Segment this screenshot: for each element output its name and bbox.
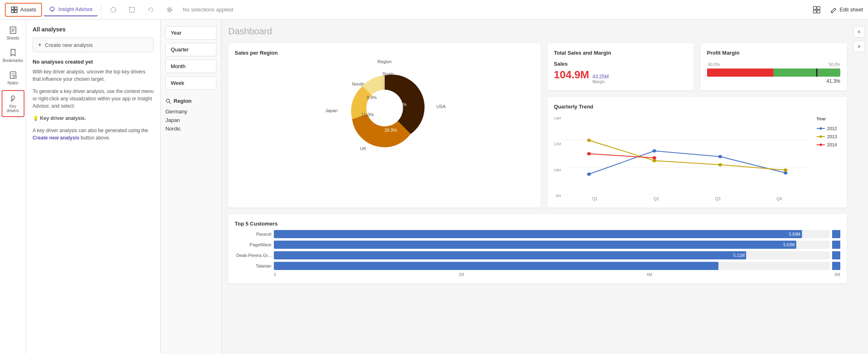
- settings-button[interactable]: [161, 4, 178, 16]
- legend-2013: 2013: [817, 134, 837, 139]
- analysis-desc-2: To generate a key driver analysis, use t…: [33, 88, 154, 110]
- profit-margin-title: Profit Margin: [707, 50, 841, 56]
- undo-button[interactable]: [142, 4, 159, 16]
- create-analysis-button[interactable]: + Create new analysis: [33, 38, 154, 52]
- svg-point-42: [652, 159, 656, 162]
- right-column: Total Sales and Margin Sales 104.9M 43.2…: [547, 43, 847, 208]
- total-sales-card: Total Sales and Margin Sales 104.9M 43.2…: [547, 43, 694, 91]
- pm-bar-green: [773, 69, 840, 77]
- filter-week[interactable]: Week: [165, 76, 216, 90]
- edit-sheet-button[interactable]: Edit sheet: [831, 7, 863, 13]
- settings-icon: [166, 6, 173, 13]
- top5-customers-card: Top 5 Customers Paracel 5.69M: [228, 214, 847, 283]
- grid-view-button[interactable]: [808, 3, 826, 16]
- chevron-right-icon: [857, 44, 861, 49]
- svg-point-9: [167, 7, 172, 12]
- filter-quarter[interactable]: Quarter: [165, 43, 216, 56]
- legend-2012: 2012: [817, 126, 837, 131]
- svg-text:45.5%: 45.5%: [394, 102, 406, 107]
- region-item-japan[interactable]: Japan: [165, 116, 216, 124]
- profit-margin-bar: [707, 69, 841, 77]
- prev-arrow[interactable]: [853, 26, 865, 38]
- time-filter-panel: Year Quarter Month Week Region Germany J…: [161, 20, 222, 354]
- y-axis-labels: 14M 12M 10M 8M: [554, 113, 561, 201]
- bar-label-deak: Deak-Perera Gr...: [235, 253, 271, 258]
- charts-top-row: Sales per Region Region Spain Nordic Jap…: [228, 43, 847, 208]
- legend-2013-icon: [817, 135, 825, 139]
- bar-label-paracel: Paracel: [235, 232, 271, 237]
- sales-values: 104.9M 43.25M Margin: [554, 69, 687, 84]
- svg-point-40: [783, 171, 787, 175]
- pm-percent: 41.3%: [707, 78, 841, 84]
- analysis-desc-1: With key driver analysis, uncover the to…: [33, 68, 154, 83]
- sidebar-item-key-drivers[interactable]: Key drivers: [2, 90, 24, 117]
- undo-icon: [147, 6, 154, 13]
- bar-track-pagewave: 5.63M: [274, 241, 830, 249]
- bar-track-deak: 5.11M: [274, 251, 830, 259]
- profit-margin-content: -50.0% 50.0% 41.3%: [707, 62, 841, 84]
- pm-axis-labels: -50.0% 50.0%: [707, 62, 841, 67]
- svg-rect-7: [130, 7, 134, 12]
- assets-label: Assets: [20, 7, 36, 13]
- charts-bottom-row: Top 5 Customers Paracel 5.69M: [228, 214, 847, 283]
- usa-label: USA: [436, 104, 446, 109]
- top-right-actions: Edit sheet: [808, 3, 863, 16]
- svg-rect-0: [11, 7, 14, 9]
- rect-select-icon: [128, 6, 136, 13]
- filter-year[interactable]: Year: [165, 26, 216, 40]
- sheets-label: Sheets: [7, 36, 19, 40]
- dashboard: Dashboard Sales per Region Region Spain …: [222, 20, 853, 354]
- legend-title: Year: [817, 116, 837, 121]
- sidebar-item-notes[interactable]: Notes: [2, 68, 24, 88]
- search-icon: [165, 98, 171, 104]
- svg-point-45: [587, 152, 591, 155]
- svg-point-43: [718, 163, 722, 166]
- sales-label: Sales: [554, 61, 687, 67]
- profit-margin-card: Profit Margin -50.0% 50.0% 41.: [701, 43, 847, 91]
- bar-mini-pagewave: [832, 241, 840, 249]
- filter-month[interactable]: Month: [165, 60, 216, 73]
- x-axis-labels: Q1Q2Q3Q4: [564, 196, 810, 201]
- sheets-icon: [9, 26, 17, 34]
- bar-row-deak: Deak-Perera Gr... 5.11M: [235, 251, 840, 259]
- bar-track-talarian: [274, 262, 830, 270]
- bar-fill-talarian: [274, 262, 718, 270]
- svg-line-27: [170, 102, 171, 104]
- insight-advisor-label: Insight Advisor: [58, 6, 93, 12]
- lasso-icon: [110, 6, 117, 13]
- sidebar-item-bookmarks[interactable]: Bookmarks: [2, 45, 24, 66]
- all-analyses-title: All analyses: [33, 26, 154, 33]
- sidebar-item-sheets[interactable]: Sheets: [2, 23, 24, 44]
- bar-val-deak: 5.11M: [734, 253, 745, 258]
- next-arrow[interactable]: [853, 41, 865, 52]
- key-drivers-icon: [9, 94, 17, 102]
- assets-button[interactable]: Assets: [5, 3, 42, 17]
- dashboard-title: Dashboard: [228, 26, 847, 37]
- bar-label-talarian: Talarian: [235, 263, 271, 268]
- assets-icon: [11, 6, 18, 13]
- svg-point-41: [587, 139, 591, 142]
- quarterly-title: Quarterly Trend: [554, 104, 840, 110]
- bar-mini-talarian: [832, 262, 840, 270]
- bar-fill-deak: 5.11M: [274, 251, 746, 259]
- region-label: Region: [165, 98, 216, 104]
- svg-rect-1: [15, 7, 17, 9]
- create-analysis-label: Create new analysis: [45, 42, 93, 48]
- rect-select-button[interactable]: [123, 4, 141, 16]
- svg-rect-3: [15, 10, 17, 13]
- svg-rect-10: [813, 7, 816, 9]
- bar-row-pagewave: PageWave 5.63M: [235, 241, 840, 249]
- create-new-link[interactable]: Create new analysis: [33, 135, 79, 141]
- grid-icon: [813, 6, 821, 14]
- sales-region-title: Sales per Region: [235, 50, 534, 56]
- plus-icon: +: [38, 41, 42, 49]
- chevron-left-icon: [857, 30, 861, 34]
- svg-point-38: [652, 149, 656, 153]
- lasso-button[interactable]: [105, 4, 122, 16]
- region-item-nordic[interactable]: Nordic: [165, 124, 216, 133]
- insight-advisor-button[interactable]: Insight Advisor: [44, 3, 98, 16]
- svg-point-44: [783, 168, 787, 172]
- svg-line-25: [12, 100, 14, 100]
- region-item-germany[interactable]: Germany: [165, 107, 216, 116]
- insight-icon: [48, 6, 56, 13]
